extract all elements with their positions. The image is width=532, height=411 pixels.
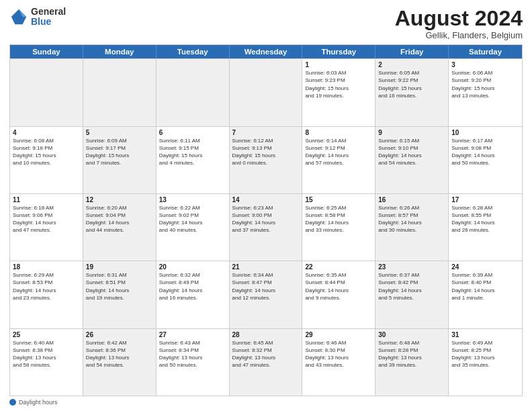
cell-data: Sunrise: 6:08 AM Sunset: 9:18 PM Dayligh… <box>13 137 80 167</box>
day-header-monday: Monday <box>83 45 157 58</box>
day-number: 15 <box>305 196 372 203</box>
cell-data: Sunrise: 6:18 AM Sunset: 9:06 PM Dayligh… <box>13 204 80 234</box>
cell-data: Sunrise: 6:14 AM Sunset: 9:12 PM Dayligh… <box>305 137 372 167</box>
day-header-thursday: Thursday <box>302 45 375 58</box>
day-number: 2 <box>378 61 445 68</box>
cal-cell-27: 27Sunrise: 6:43 AM Sunset: 8:34 PM Dayli… <box>157 329 230 396</box>
cal-cell-16: 16Sunrise: 6:26 AM Sunset: 8:57 PM Dayli… <box>375 194 449 261</box>
cal-cell-1: 1Sunrise: 6:03 AM Sunset: 9:23 PM Daylig… <box>302 59 375 126</box>
cal-cell-4: 4Sunrise: 6:08 AM Sunset: 9:18 PM Daylig… <box>10 127 83 193</box>
cal-cell-3: 3Sunrise: 6:06 AM Sunset: 9:20 PM Daylig… <box>449 59 522 126</box>
day-number: 26 <box>86 331 153 338</box>
day-number: 13 <box>159 196 226 203</box>
cal-cell-8: 8Sunrise: 6:14 AM Sunset: 9:12 PM Daylig… <box>302 127 375 193</box>
location: Gellik, Flanders, Belgium <box>395 30 523 40</box>
cal-cell-23: 23Sunrise: 6:37 AM Sunset: 8:42 PM Dayli… <box>375 261 449 328</box>
cell-data: Sunrise: 6:37 AM Sunset: 8:42 PM Dayligh… <box>378 271 445 302</box>
month-title: August 2024 <box>395 7 523 30</box>
calendar-week-0: 1Sunrise: 6:03 AM Sunset: 9:23 PM Daylig… <box>10 58 522 126</box>
cell-data: Sunrise: 6:34 AM Sunset: 8:47 PM Dayligh… <box>232 271 300 302</box>
cell-data: Sunrise: 6:17 AM Sunset: 9:08 PM Dayligh… <box>451 137 519 167</box>
day-number: 1 <box>305 61 372 68</box>
day-header-friday: Friday <box>375 45 449 58</box>
logo-general: General <box>31 7 66 17</box>
cal-cell-empty-0-0 <box>10 59 83 126</box>
cal-cell-30: 30Sunrise: 6:48 AM Sunset: 8:28 PM Dayli… <box>375 329 449 396</box>
cal-cell-14: 14Sunrise: 6:23 AM Sunset: 9:00 PM Dayli… <box>230 194 303 261</box>
cell-data: Sunrise: 6:29 AM Sunset: 8:53 PM Dayligh… <box>13 271 80 302</box>
cal-cell-12: 12Sunrise: 6:20 AM Sunset: 9:04 PM Dayli… <box>83 194 157 261</box>
cell-data: Sunrise: 6:43 AM Sunset: 8:34 PM Dayligh… <box>159 339 226 369</box>
header: General Blue August 2024 Gellik, Flander… <box>9 7 523 40</box>
cal-cell-15: 15Sunrise: 6:25 AM Sunset: 8:58 PM Dayli… <box>302 194 375 261</box>
day-number: 3 <box>451 61 519 68</box>
cell-data: Sunrise: 6:46 AM Sunset: 8:30 PM Dayligh… <box>305 339 372 369</box>
cell-data: Sunrise: 6:26 AM Sunset: 8:57 PM Dayligh… <box>378 204 445 234</box>
calendar-body: 1Sunrise: 6:03 AM Sunset: 9:23 PM Daylig… <box>10 58 522 396</box>
cell-data: Sunrise: 6:12 AM Sunset: 9:13 PM Dayligh… <box>232 137 300 167</box>
calendar-header: SundayMondayTuesdayWednesdayThursdayFrid… <box>10 45 522 58</box>
day-number: 31 <box>451 331 519 338</box>
day-number: 30 <box>378 331 445 338</box>
day-header-saturday: Saturday <box>449 45 522 58</box>
cal-cell-2: 2Sunrise: 6:05 AM Sunset: 9:22 PM Daylig… <box>375 59 449 126</box>
calendar-week-4: 25Sunrise: 6:40 AM Sunset: 8:38 PM Dayli… <box>10 328 522 396</box>
cal-cell-21: 21Sunrise: 6:34 AM Sunset: 8:47 PM Dayli… <box>230 261 303 328</box>
day-number: 28 <box>232 331 300 338</box>
calendar-week-1: 4Sunrise: 6:08 AM Sunset: 9:18 PM Daylig… <box>10 126 522 193</box>
day-number: 12 <box>86 196 153 203</box>
cell-data: Sunrise: 6:20 AM Sunset: 9:04 PM Dayligh… <box>86 204 153 234</box>
cell-data: Sunrise: 6:42 AM Sunset: 8:36 PM Dayligh… <box>86 339 153 369</box>
cal-cell-6: 6Sunrise: 6:11 AM Sunset: 9:15 PM Daylig… <box>157 127 230 193</box>
logo-text: General Blue <box>31 7 66 28</box>
cal-cell-empty-0-1 <box>83 59 157 126</box>
day-number: 25 <box>13 331 80 338</box>
day-number: 11 <box>13 196 80 203</box>
cell-data: Sunrise: 6:35 AM Sunset: 8:44 PM Dayligh… <box>305 271 372 302</box>
cal-cell-9: 9Sunrise: 6:15 AM Sunset: 9:10 PM Daylig… <box>375 127 449 193</box>
cal-cell-25: 25Sunrise: 6:40 AM Sunset: 8:38 PM Dayli… <box>10 329 83 396</box>
day-number: 20 <box>159 263 226 271</box>
cal-cell-28: 28Sunrise: 6:45 AM Sunset: 8:32 PM Dayli… <box>230 329 303 396</box>
day-number: 16 <box>378 196 445 203</box>
cal-cell-5: 5Sunrise: 6:09 AM Sunset: 9:17 PM Daylig… <box>83 127 157 193</box>
cell-data: Sunrise: 6:06 AM Sunset: 9:20 PM Dayligh… <box>451 69 519 99</box>
calendar-week-2: 11Sunrise: 6:18 AM Sunset: 9:06 PM Dayli… <box>10 193 522 261</box>
day-number: 14 <box>232 196 300 203</box>
title-block: August 2024 Gellik, Flanders, Belgium <box>395 7 523 40</box>
day-number: 22 <box>305 263 372 271</box>
footer: Daylight hours <box>9 399 523 406</box>
day-number: 23 <box>378 263 445 271</box>
day-number: 27 <box>159 331 226 338</box>
cell-data: Sunrise: 6:40 AM Sunset: 8:38 PM Dayligh… <box>13 339 80 369</box>
cell-data: Sunrise: 6:28 AM Sunset: 8:55 PM Dayligh… <box>451 204 519 234</box>
cal-cell-empty-0-3 <box>230 59 303 126</box>
cell-data: Sunrise: 6:31 AM Sunset: 8:51 PM Dayligh… <box>86 271 153 302</box>
day-number: 8 <box>305 129 372 136</box>
daylight-dot <box>9 399 16 406</box>
calendar: SundayMondayTuesdayWednesdayThursdayFrid… <box>9 44 523 396</box>
day-number: 21 <box>232 263 300 271</box>
cell-data: Sunrise: 6:09 AM Sunset: 9:17 PM Dayligh… <box>86 137 153 167</box>
cal-cell-20: 20Sunrise: 6:32 AM Sunset: 8:49 PM Dayli… <box>157 261 230 328</box>
cal-cell-19: 19Sunrise: 6:31 AM Sunset: 8:51 PM Dayli… <box>83 261 157 328</box>
footer-label: Daylight hours <box>19 399 58 406</box>
cal-cell-13: 13Sunrise: 6:22 AM Sunset: 9:02 PM Dayli… <box>157 194 230 261</box>
cal-cell-7: 7Sunrise: 6:12 AM Sunset: 9:13 PM Daylig… <box>230 127 303 193</box>
cell-data: Sunrise: 6:05 AM Sunset: 9:22 PM Dayligh… <box>378 69 445 99</box>
logo-blue: Blue <box>31 17 66 27</box>
cell-data: Sunrise: 6:23 AM Sunset: 9:00 PM Dayligh… <box>232 204 300 234</box>
cell-data: Sunrise: 6:49 AM Sunset: 8:25 PM Dayligh… <box>451 339 519 369</box>
cal-cell-29: 29Sunrise: 6:46 AM Sunset: 8:30 PM Dayli… <box>302 329 375 396</box>
day-header-tuesday: Tuesday <box>157 45 230 58</box>
day-number: 10 <box>451 129 519 136</box>
day-number: 24 <box>451 263 519 271</box>
cell-data: Sunrise: 6:25 AM Sunset: 8:58 PM Dayligh… <box>305 204 372 234</box>
cal-cell-10: 10Sunrise: 6:17 AM Sunset: 9:08 PM Dayli… <box>449 127 522 193</box>
cell-data: Sunrise: 6:39 AM Sunset: 8:40 PM Dayligh… <box>451 271 519 302</box>
logo-icon <box>9 7 28 26</box>
cell-data: Sunrise: 6:48 AM Sunset: 8:28 PM Dayligh… <box>378 339 445 369</box>
cell-data: Sunrise: 6:32 AM Sunset: 8:49 PM Dayligh… <box>159 271 226 302</box>
cell-data: Sunrise: 6:15 AM Sunset: 9:10 PM Dayligh… <box>378 137 445 167</box>
day-header-sunday: Sunday <box>10 45 83 58</box>
